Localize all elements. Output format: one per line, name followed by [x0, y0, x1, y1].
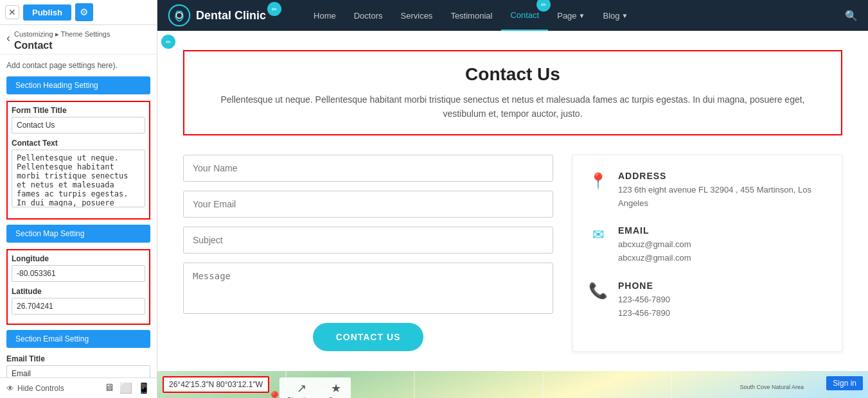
logo-area: Dental Clinic ✏	[168, 4, 285, 27]
publish-button[interactable]: Publish	[23, 4, 71, 21]
breadcrumb-area: ‹ Customizing ▸ Theme Settings Contact	[0, 25, 157, 55]
name-input[interactable]	[183, 155, 553, 182]
email-icon: ✉	[589, 227, 608, 243]
main-area: Dental Clinic ✏ Home Doctors Services Te…	[157, 0, 868, 398]
directions-icon: ↗	[297, 381, 306, 395]
contact-info: 📍 ADDRESS 123 6th eight avenue FL 32904 …	[572, 155, 842, 352]
latitude-label: Latitude	[12, 287, 145, 296]
contact-body: CONTACT US 📍 ADDRESS 123 6th eight avenu…	[183, 155, 842, 352]
email-title-group: Email Title	[6, 354, 150, 377]
address-value: 123 6th eight avenue FL 32904 , 455 Mart…	[618, 184, 826, 211]
nav-blog[interactable]: Blog ▼	[594, 0, 637, 31]
map-section: 26°42'15.3"N 80°03'12.1"W	[157, 371, 868, 398]
logo-edit-icon[interactable]: ✏	[267, 2, 281, 16]
form-fields-box: Form Title Title Contact Text Pellentesq…	[6, 101, 150, 220]
email-input[interactable]	[183, 191, 553, 218]
email-title-label: Email Title	[6, 354, 150, 363]
top-bar: ✕ Publish ⚙	[0, 0, 157, 25]
nav-links: Home Doctors Services Testimonial Contac…	[305, 0, 845, 31]
contact-text-label: Contact Text	[12, 139, 145, 148]
svg-point-0	[169, 5, 190, 26]
breadcrumb-title: Contact	[6, 40, 150, 51]
form-title-group: Form Title Title	[12, 106, 145, 134]
nav-page[interactable]: Page ▼	[548, 0, 594, 31]
section-edit-icon[interactable]: ✏	[161, 35, 175, 49]
close-button[interactable]: ✕	[5, 5, 19, 19]
contact-submit-button[interactable]: CONTACT US	[313, 323, 424, 351]
map-fields-box: Longitude Latitude	[6, 249, 150, 325]
address-item: 📍 ADDRESS 123 6th eight avenue FL 32904 …	[589, 171, 826, 211]
logo-icon	[168, 4, 191, 27]
longitude-input[interactable]	[12, 265, 145, 282]
page-content: ✏ Contact Us Pellentesque ut neque. Pell…	[157, 31, 868, 398]
form-title-label: Form Title Title	[12, 106, 145, 115]
nav-testimonial[interactable]: Testimonial	[441, 0, 501, 31]
save-icon: ★	[331, 381, 341, 395]
email-value1: abcxuz@gmail.com	[618, 238, 691, 252]
email-item: ✉ EMAIL abcxuz@gmail.com abcxuz@gmail.co…	[589, 225, 826, 265]
desktop-icon[interactable]: 🖥	[104, 382, 114, 394]
address-label: ADDRESS	[618, 171, 826, 181]
device-icons: 🖥 ⬜ 📱	[104, 382, 150, 394]
mobile-icon[interactable]: 📱	[137, 382, 150, 394]
add-contact-text: Add contact page settings here).	[6, 61, 150, 70]
location-icon: 📍	[589, 172, 608, 190]
contact-form: CONTACT US	[183, 155, 553, 352]
phone-label: PHONE	[618, 281, 670, 291]
form-title-input[interactable]	[12, 117, 145, 134]
section-heading-btn[interactable]: Section Heading Setting	[6, 76, 150, 94]
latitude-input[interactable]	[12, 298, 145, 315]
contact-text-textarea[interactable]: Pellentesque ut neque. Pellentesque habi…	[12, 150, 145, 207]
coords-tag: 26°42'15.3"N 80°03'12.1"W	[163, 376, 269, 393]
contact-text-group: Contact Text Pellentesque ut neque. Pell…	[12, 139, 145, 209]
contact-description: Pellentesque ut neque. Pellentesque habi…	[210, 92, 815, 121]
svg-point-1	[177, 13, 182, 19]
longitude-group: Longitude	[12, 254, 145, 282]
nav-contact[interactable]: Contact ✏	[501, 0, 548, 31]
directions-control[interactable]: ↗ Directions	[287, 381, 315, 398]
email-label: EMAIL	[618, 225, 691, 236]
longitude-label: Longitude	[12, 254, 145, 263]
eye-icon: 👁	[6, 384, 14, 393]
nav-bar: Dental Clinic ✏ Home Doctors Services Te…	[157, 0, 868, 31]
phone-value1: 123-456-7890	[618, 293, 670, 307]
map-controls-bar: ↗ Directions ★ Save	[279, 377, 351, 398]
save-control[interactable]: ★ Save	[328, 381, 343, 398]
phone-icon: 📞	[589, 282, 608, 300]
email-title-input[interactable]	[6, 365, 150, 377]
contact-title: Contact Us	[210, 64, 815, 85]
phone-value2: 123-456-7890	[618, 307, 670, 320]
gear-button[interactable]: ⚙	[75, 3, 93, 21]
map-place-5: South Cove Natural Area	[740, 384, 804, 390]
subject-input[interactable]	[183, 227, 553, 254]
left-panel: ✕ Publish ⚙ ‹ Customizing ▸ Theme Settin…	[0, 0, 157, 398]
section-map-btn[interactable]: Section Map Setting	[6, 225, 150, 243]
hide-controls[interactable]: 👁 Hide Controls	[6, 384, 64, 393]
section-email-btn[interactable]: Section Email Setting	[6, 330, 150, 348]
nav-services[interactable]: Services	[392, 0, 442, 31]
gear-icon: ⚙	[80, 6, 88, 18]
message-textarea[interactable]	[183, 263, 553, 314]
contact-section: ✏ Contact Us Pellentesque ut neque. Pell…	[157, 31, 868, 371]
email-text: EMAIL abcxuz@gmail.com abcxuz@gmail.com	[618, 225, 691, 265]
address-text: ADDRESS 123 6th eight avenue FL 32904 , …	[618, 171, 826, 211]
sign-in-button[interactable]: Sign in	[826, 376, 863, 390]
breadcrumb-text: Customizing ▸ Theme Settings	[6, 30, 150, 39]
phone-item: 📞 PHONE 123-456-7890 123-456-7890	[589, 281, 826, 320]
nav-home[interactable]: Home	[305, 0, 345, 31]
tablet-icon[interactable]: ⬜	[120, 382, 132, 394]
latitude-group: Latitude	[12, 287, 145, 315]
email-value2: abcxuz@gmail.com	[618, 252, 691, 265]
panel-content: Add contact page settings here). Section…	[0, 55, 157, 377]
hide-controls-label: Hide Controls	[17, 384, 64, 393]
contact-header-box: Contact Us Pellentesque ut neque. Pellen…	[183, 50, 842, 135]
nav-doctors[interactable]: Doctors	[345, 0, 392, 31]
back-arrow[interactable]: ‹	[6, 30, 10, 46]
phone-text: PHONE 123-456-7890 123-456-7890	[618, 281, 670, 320]
search-icon[interactable]: 🔍	[845, 10, 858, 22]
logo-text: Dental Clinic	[196, 9, 266, 22]
page-chevron-icon: ▼	[579, 12, 585, 19]
blog-chevron-icon: ▼	[622, 12, 628, 19]
bottom-bar: 👁 Hide Controls 🖥 ⬜ 📱	[0, 377, 157, 398]
